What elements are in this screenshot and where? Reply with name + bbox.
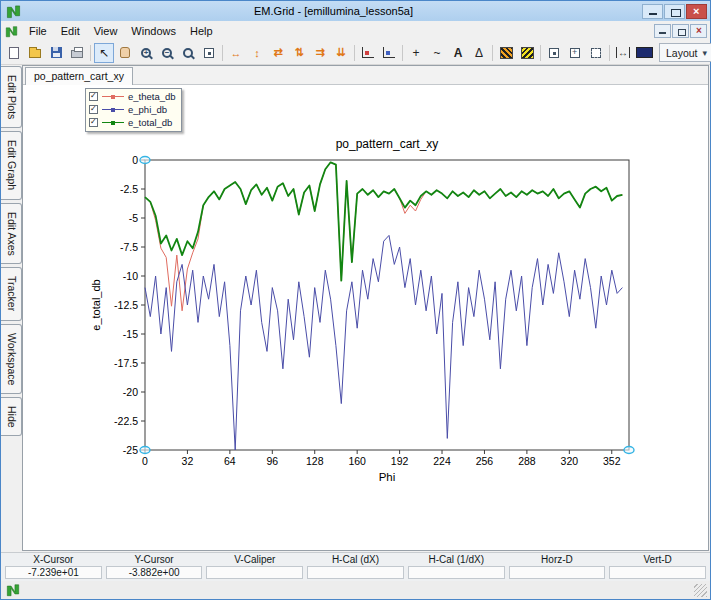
menu-help[interactable]: Help bbox=[183, 23, 220, 39]
resize-grip[interactable] bbox=[694, 584, 707, 597]
svg-text:128: 128 bbox=[306, 455, 324, 467]
select-tool-button[interactable]: ↖ bbox=[94, 43, 114, 63]
svg-text:64: 64 bbox=[224, 455, 236, 467]
scale-y-icon: ↕ bbox=[254, 47, 260, 59]
pan-tool-button[interactable] bbox=[115, 43, 135, 63]
document-tab[interactable]: po_pattern_cart_xy bbox=[25, 67, 133, 85]
document-tab-bar: po_pattern_cart_xy bbox=[23, 66, 708, 85]
selection-box-button[interactable] bbox=[586, 43, 606, 63]
svg-text:96: 96 bbox=[266, 455, 278, 467]
side-tab-strip: Edit Plots Edit Graph Edit Axes Tracker … bbox=[1, 65, 22, 552]
app-window: EM.Grid - [emillumina_lesson5a] File Edi… bbox=[0, 0, 711, 600]
svg-text:352: 352 bbox=[603, 455, 621, 467]
legend-label: e_theta_db bbox=[128, 91, 176, 102]
tab-edit-plots[interactable]: Edit Plots bbox=[1, 66, 22, 128]
status-column: H-Cal (dX) bbox=[305, 554, 406, 579]
checkbox-tool-button[interactable] bbox=[544, 43, 564, 63]
save-icon bbox=[51, 47, 62, 58]
h-cal-dx-value bbox=[307, 566, 404, 579]
chart-svg[interactable]: 03264961281601922242562883203520-2.5-5-7… bbox=[87, 134, 641, 496]
density-plot-button[interactable] bbox=[517, 43, 537, 63]
legend-marker-icon bbox=[111, 108, 115, 112]
layout-dropdown-label: Layout bbox=[666, 47, 698, 59]
contour-plot-icon bbox=[500, 47, 513, 59]
scale-x-button[interactable]: ↔ bbox=[226, 43, 246, 63]
status-header: Y-Cursor bbox=[106, 554, 203, 565]
toolbar-separator bbox=[354, 45, 355, 61]
tab-edit-graph[interactable]: Edit Graph bbox=[1, 131, 22, 199]
tab-tracker[interactable]: Tracker bbox=[1, 267, 22, 320]
zoom-extents-button[interactable] bbox=[199, 43, 219, 63]
legend-marker-icon bbox=[111, 121, 115, 125]
mdi-close-button[interactable] bbox=[690, 24, 707, 38]
open-button[interactable] bbox=[25, 43, 45, 63]
mdi-child-icon[interactable] bbox=[5, 25, 18, 38]
autoscale-x-button[interactable]: ⇄ bbox=[268, 43, 288, 63]
legend-checkbox-e-total-db[interactable] bbox=[89, 118, 98, 127]
close-button[interactable] bbox=[686, 4, 707, 19]
density-plot-icon bbox=[521, 47, 534, 59]
save-button[interactable] bbox=[46, 43, 66, 63]
legend-line-sample bbox=[102, 109, 124, 110]
y-cursor-value: -3.882e+00 bbox=[106, 566, 203, 579]
axes-plot-button[interactable] bbox=[358, 43, 378, 63]
legend-checkbox-e-theta-db[interactable] bbox=[89, 92, 98, 101]
menu-view[interactable]: View bbox=[87, 23, 125, 39]
menu-edit[interactable]: Edit bbox=[54, 23, 87, 39]
svg-text:288: 288 bbox=[518, 455, 536, 467]
new-file-icon bbox=[9, 47, 19, 59]
status-column: X-Cursor -7.239e+01 bbox=[3, 554, 104, 579]
shape-tool-button[interactable]: Δ bbox=[469, 43, 489, 63]
status-header: X-Cursor bbox=[5, 554, 102, 565]
layout-dropdown-button[interactable]: Layout bbox=[659, 43, 711, 62]
minimize-button[interactable] bbox=[642, 4, 663, 19]
spin-tool-button[interactable] bbox=[565, 43, 585, 63]
legend-checkbox-e-phi-db[interactable] bbox=[89, 105, 98, 114]
curve-tool-button[interactable]: ~ bbox=[427, 43, 447, 63]
toolbar-separator bbox=[402, 45, 403, 61]
menu-windows[interactable]: Windows bbox=[124, 23, 183, 39]
svg-text:32: 32 bbox=[182, 455, 194, 467]
axes-plot-icon bbox=[362, 47, 374, 58]
scale-y-button[interactable]: ↕ bbox=[247, 43, 267, 63]
print-button[interactable] bbox=[67, 43, 87, 63]
contour-plot-button[interactable] bbox=[496, 43, 516, 63]
toolbar-separator bbox=[609, 45, 610, 61]
axes-grid-button[interactable] bbox=[379, 43, 399, 63]
legend-item: e_theta_db bbox=[89, 91, 176, 102]
text-tool-button[interactable]: A bbox=[448, 43, 468, 63]
v-caliper-value bbox=[206, 566, 303, 579]
tab-hide[interactable]: Hide bbox=[1, 397, 22, 437]
shift-x-button[interactable]: ⇉ bbox=[310, 43, 330, 63]
mdi-minimize-button[interactable] bbox=[654, 24, 671, 38]
status-column: H-Cal (1/dX) bbox=[406, 554, 507, 579]
svg-text:po_pattern_cart_xy: po_pattern_cart_xy bbox=[336, 137, 439, 151]
toolbar-separator bbox=[540, 45, 541, 61]
curve-icon: ~ bbox=[433, 47, 440, 59]
zoom-in-button[interactable]: + bbox=[136, 43, 156, 63]
mdi-restore-button[interactable] bbox=[672, 24, 689, 38]
tab-edit-axes[interactable]: Edit Axes bbox=[1, 203, 22, 265]
status-header: H-Cal (dX) bbox=[307, 554, 404, 565]
plus-marker-icon: + bbox=[412, 47, 419, 59]
zoom-window-button[interactable] bbox=[178, 43, 198, 63]
tab-workspace[interactable]: Workspace bbox=[1, 324, 22, 394]
maximize-button[interactable] bbox=[664, 4, 685, 19]
marker-tool-button[interactable]: + bbox=[406, 43, 426, 63]
zoom-out-button[interactable]: − bbox=[157, 43, 177, 63]
status-header: H-Cal (1/dX) bbox=[408, 554, 505, 565]
axes-grid-icon bbox=[383, 47, 395, 58]
status-column: V-Caliper bbox=[204, 554, 305, 579]
shift-y-button[interactable]: ⇊ bbox=[331, 43, 351, 63]
caliper-button[interactable]: ↔ bbox=[613, 43, 633, 63]
tracker-statusbar: X-Cursor -7.239e+01 Y-Cursor -3.882e+00 … bbox=[1, 552, 710, 581]
svg-text:-25: -25 bbox=[123, 444, 138, 456]
menu-file[interactable]: File bbox=[22, 23, 54, 39]
pan-hand-icon bbox=[120, 47, 130, 58]
svg-text:192: 192 bbox=[391, 455, 409, 467]
color-swatch-icon bbox=[636, 47, 653, 58]
autoscale-y-button[interactable]: ⇅ bbox=[289, 43, 309, 63]
line-color-button[interactable] bbox=[634, 43, 654, 63]
toolbar-separator bbox=[90, 45, 91, 61]
new-file-button[interactable] bbox=[4, 43, 24, 63]
